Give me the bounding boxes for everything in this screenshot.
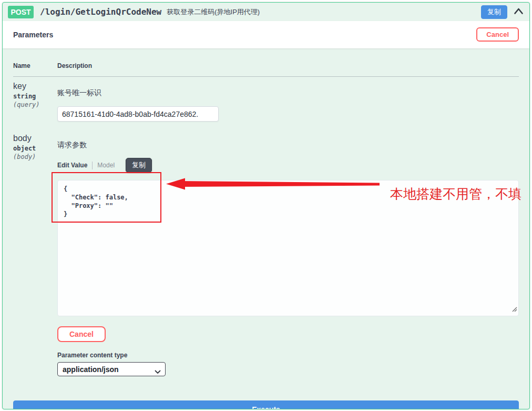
- param-type: string: [13, 93, 57, 100]
- chevron-up-icon: [514, 7, 524, 16]
- copy-body-button[interactable]: 复制: [126, 158, 152, 173]
- cancel-parameters-button[interactable]: Cancel: [476, 27, 519, 42]
- summary-actions: 复制: [481, 5, 525, 19]
- param-name: key: [13, 82, 57, 91]
- param-location: (query): [13, 101, 57, 108]
- parameters-body: Name Description key string (query) 账号唯一…: [3, 48, 529, 409]
- body-editor-tabs: Edit Value Model 复制: [57, 158, 519, 173]
- operation-summary: POST /login/GetLoginQrCodeNew 获取登录二维码(异地…: [3, 3, 529, 21]
- content-type-label: Parameter content type: [57, 352, 519, 359]
- page: { "colors": { "method_green": "#49cc90",…: [0, 0, 532, 411]
- key-value-input[interactable]: [57, 106, 219, 122]
- endpoint-path: /login/GetLoginQrCodeNew: [40, 7, 161, 17]
- param-type: object: [13, 145, 57, 152]
- content-type-select[interactable]: application/json: [57, 362, 166, 376]
- execute-wrapper: Execute: [13, 376, 519, 409]
- param-row-key: key string (query) 账号唯一标识: [13, 77, 519, 129]
- body-editor-wrap: { "Check": false, "Proxy": "" }: [57, 180, 519, 316]
- param-location: (body): [13, 153, 57, 161]
- api-operation-block: POST /login/GetLoginQrCodeNew 获取登录二维码(异地…: [2, 2, 530, 409]
- body-editor-textarea[interactable]: { "Check": false, "Proxy": "" }: [57, 180, 519, 316]
- copy-endpoint-button[interactable]: 复制: [481, 5, 507, 19]
- param-body-name-cell: body object (body): [13, 134, 57, 376]
- http-method-badge: POST: [8, 6, 34, 18]
- tab-model[interactable]: Model: [97, 162, 115, 169]
- execute-button[interactable]: Execute: [13, 400, 519, 409]
- param-row-body: body object (body) 请求参数 Edit Value Model…: [13, 129, 519, 376]
- endpoint-description: 获取登录二维码(异地IP用代理): [167, 7, 260, 17]
- cancel-body-button[interactable]: Cancel: [57, 326, 106, 342]
- description-column-header: Description: [57, 62, 519, 69]
- param-key-name-cell: key string (query): [13, 82, 57, 122]
- parameters-title: Parameters: [13, 31, 53, 39]
- param-description: 账号唯一标识: [57, 88, 519, 98]
- parameters-table-header: Name Description: [13, 48, 519, 77]
- parameters-section-header: Parameters Cancel: [3, 21, 529, 48]
- param-description: 请求参数: [57, 141, 519, 150]
- param-key-description-cell: 账号唯一标识: [57, 82, 519, 122]
- tab-edit-value[interactable]: Edit Value: [57, 162, 87, 169]
- name-column-header: Name: [13, 62, 57, 69]
- param-body-description-cell: 请求参数 Edit Value Model 复制 { "Check": fals…: [57, 134, 519, 376]
- param-name: body: [13, 134, 57, 143]
- collapse-button[interactable]: [513, 6, 525, 17]
- tab-separator: [92, 162, 93, 169]
- resize-handle[interactable]: [511, 305, 517, 314]
- content-type-select-wrap: application/json: [57, 362, 166, 376]
